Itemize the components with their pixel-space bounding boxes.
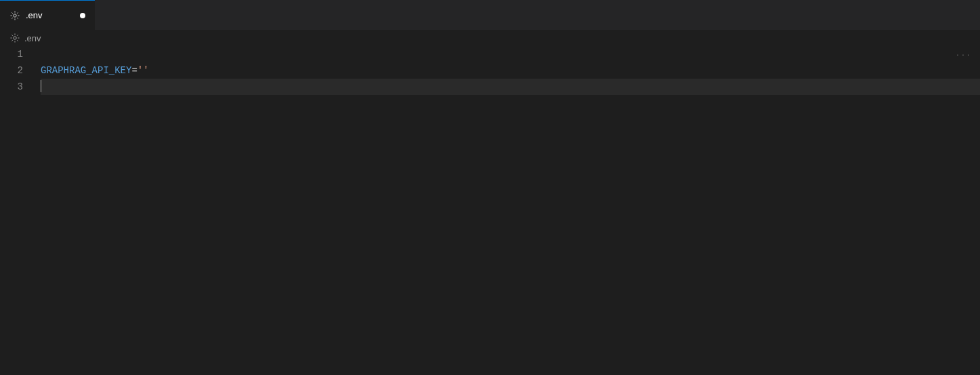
editor[interactable]: 1 2 3 GRAPHRAG_API_KEY='' ···: [0, 46, 980, 375]
breadcrumb-label: .env: [24, 33, 41, 43]
svg-point-1: [14, 37, 16, 39]
line-number-gutter: 1 2 3: [0, 46, 41, 375]
gear-icon: [9, 10, 20, 21]
line-number: 3: [0, 79, 23, 95]
unsaved-indicator-icon[interactable]: [80, 13, 85, 18]
line-number: 1: [0, 46, 23, 62]
line-number: 2: [0, 62, 23, 79]
cursor-icon: [41, 80, 41, 92]
token-string: '': [137, 65, 149, 76]
token-key: GRAPHRAG_API_KEY: [41, 65, 131, 76]
code-line[interactable]: GRAPHRAG_API_KEY='': [41, 62, 980, 79]
tab-label: .env: [26, 10, 74, 20]
gear-icon: [9, 33, 20, 43]
code-line[interactable]: [41, 79, 980, 95]
svg-point-0: [14, 14, 16, 16]
tab-bar: .env: [0, 0, 980, 30]
tab-env[interactable]: .env: [0, 0, 95, 30]
minimap-indicator-icon: ···: [956, 47, 972, 64]
code-area[interactable]: GRAPHRAG_API_KEY='' ···: [41, 46, 980, 375]
breadcrumb[interactable]: .env: [0, 30, 980, 46]
code-line[interactable]: [41, 46, 980, 62]
token-operator: =: [131, 65, 137, 76]
